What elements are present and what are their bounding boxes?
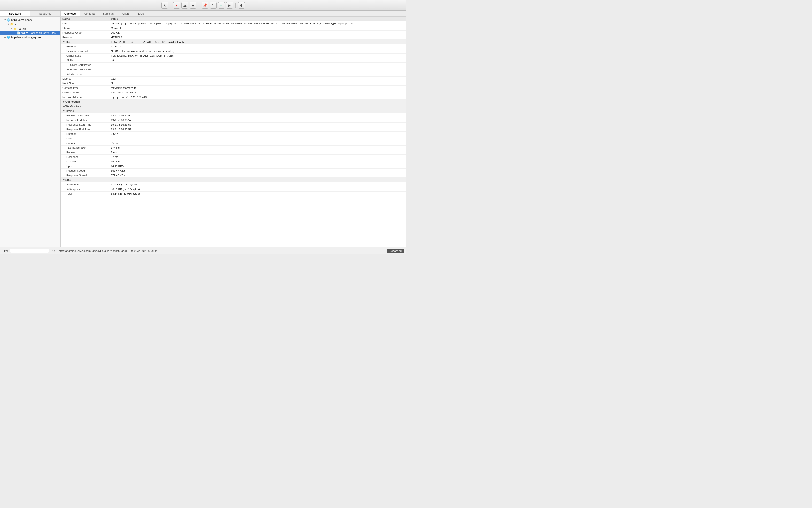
capture-button[interactable]: ☁	[181, 2, 188, 9]
table-row: ▼Timing	[60, 109, 406, 113]
tree-arrow-https-root: ▼	[4, 18, 6, 21]
table-row: ▼TLSTLSv1.2 (TLS_ECDHE_RSA_WITH_AES_128_…	[60, 40, 406, 44]
tab-summary[interactable]: Summary	[99, 11, 118, 16]
tab-overview[interactable]: Overview	[60, 11, 80, 16]
table-row: Client Certificates–	[60, 63, 406, 67]
table-row: Connect85 ms	[60, 141, 406, 145]
sidebar-tab-sequence[interactable]: Sequence	[30, 11, 60, 16]
recording-badge: Recording	[387, 249, 404, 253]
table-row: Request End Time19-11-8 16:33:57	[60, 118, 406, 123]
check-button[interactable]: ✓	[218, 2, 225, 9]
overview-table: NameValueURLhttps://c.y.qq.com/v8/fcg-bi…	[60, 17, 406, 196]
settings-button[interactable]: ⚙	[238, 2, 245, 9]
table-row: Response Start Time19-11-8 16:33:57	[60, 123, 406, 127]
section-arrow[interactable]: ▼	[63, 40, 66, 43]
table-row: Latency190 ms	[60, 159, 406, 164]
tree-item-fcg-bin[interactable]: ▼ 📁 fcg-bin	[0, 27, 60, 31]
table-row: Response Speed379.60 KB/s	[60, 173, 406, 178]
tab-notes[interactable]: Notes	[133, 11, 148, 16]
table-row: Request Speed659.67 KB/s	[60, 169, 406, 173]
row-arrow[interactable]: ▶	[66, 73, 69, 76]
globe-icon: 🌐	[7, 18, 10, 22]
script-button[interactable]: ▶	[226, 2, 233, 9]
table-row: TLS Handshake174 ms	[60, 145, 406, 150]
pin-button[interactable]: 📌	[202, 2, 208, 9]
table-row: StatusComplete	[60, 26, 406, 31]
tree-item-https-root[interactable]: ▼ 🌐 https://c.y.qq.com	[0, 18, 60, 22]
tree-label-v8: v8	[14, 23, 17, 26]
table-row: Request Start Time19-11-8 16:33:54	[60, 113, 406, 118]
filter-area: Filter:	[2, 249, 49, 253]
tree-item-fcg-file[interactable]: ▶ 📄 fcg_v8_toplist_cp.fcg?g_tk=5381&u	[0, 31, 60, 35]
section-arrow[interactable]: ▶	[63, 100, 66, 103]
reload-button[interactable]: ↻	[210, 2, 216, 9]
table-row: Cipher SuiteTLS_ECDHE_RSA_WITH_AES_128_G…	[60, 53, 406, 58]
toolbar-separator-1	[170, 3, 171, 8]
table-row: Response97 ms	[60, 155, 406, 159]
sidebar-tree: ▼ 🌐 https://c.y.qq.com ▼ 📁 v8 ▼ 📁 fcg-bi…	[0, 17, 60, 247]
folder-icon-fcg-bin: 📁	[13, 27, 17, 30]
tree-label-fcg-file: fcg_v8_toplist_cp.fcg?g_tk=5381&u	[21, 32, 59, 34]
tree-arrow-android-root: ▶	[4, 36, 6, 39]
table-row: DNS2.10 s	[60, 136, 406, 141]
table-row: Kept AliveNo	[60, 81, 406, 86]
filter-label: Filter:	[2, 249, 9, 252]
tree-item-android-root[interactable]: ▶ 🌐 http://android.bugly.qq.com	[0, 35, 60, 39]
sidebar-tab-structure[interactable]: Structure	[0, 11, 30, 16]
table-row: MethodGET	[60, 77, 406, 81]
main-layout: Structure Sequence ▼ 🌐 https://c.y.qq.co…	[0, 11, 406, 247]
file-icon-fcg: 📄	[17, 31, 21, 35]
record-button[interactable]: ●	[173, 2, 180, 9]
table-row: ▼Size	[60, 178, 406, 182]
table-row: Remote Addressc.y.qq.com/121.51.23.103:4…	[60, 95, 406, 99]
table-row: ▶Connection	[60, 99, 406, 104]
table-row: Client Address192.168.232.61:49192	[60, 90, 406, 95]
table-row: Session ResumedNo (Client session resume…	[60, 49, 406, 53]
table-row: Content-Typetext/html; charset=utf-8	[60, 86, 406, 90]
table-row: ▶Response36.82 KB (37,705 bytes)	[60, 187, 406, 192]
folder-icon-v8: 📁	[10, 23, 13, 26]
pointer-tool-button[interactable]: ↖	[161, 2, 168, 9]
sidebar: Structure Sequence ▼ 🌐 https://c.y.qq.co…	[0, 11, 60, 247]
table-row: Response Code200 OK	[60, 31, 406, 35]
table-row: Request2 ms	[60, 150, 406, 155]
table-row: URLhttps://c.y.qq.com/v8/fcg-bin/fcg_v8_…	[60, 21, 406, 26]
table-row: Duration2.64 s	[60, 132, 406, 136]
stop-button[interactable]: ■	[190, 2, 197, 9]
sidebar-tabs: Structure Sequence	[0, 11, 60, 17]
table-row: ▶Server Certificates3	[60, 67, 406, 72]
globe-icon-android: 🌐	[7, 36, 10, 39]
section-arrow[interactable]: ▼	[63, 178, 66, 181]
table-row: ▶WebSockets–	[60, 104, 406, 109]
content-body: NameValueURLhttps://c.y.qq.com/v8/fcg-bi…	[60, 17, 406, 247]
toolbar: ↖ ● ☁ ■ 📌 ↻ ✓ ▶ ⚙	[0, 0, 406, 11]
table-row: ProtocolTLSv1.2	[60, 44, 406, 49]
table-row: ProtocolHTTP/1.1	[60, 35, 406, 40]
tab-chart[interactable]: Chart	[118, 11, 133, 16]
status-bar-text: POST http://android.bugly.qq.com/rqd/asy…	[49, 249, 387, 252]
table-row: ALPNhttp/1.1	[60, 58, 406, 63]
tree-label-https-root: https://c.y.qq.com	[11, 18, 32, 21]
table-row: Speed14.42 KB/s	[60, 164, 406, 169]
filter-input[interactable]	[10, 249, 49, 253]
section-arrow[interactable]: ▼	[63, 110, 66, 112]
table-row: ▶Request1.32 KB (1,351 bytes)	[60, 182, 406, 187]
tree-label-fcg-bin: fcg-bin	[18, 27, 26, 30]
row-arrow[interactable]: ▶	[66, 68, 69, 71]
tree-arrow-fcg-bin: ▼	[11, 27, 13, 30]
tab-contents[interactable]: Contents	[80, 11, 99, 16]
content-tabs: Overview Contents Summary Chart Notes	[60, 11, 406, 17]
section-arrow[interactable]: ▶	[63, 105, 66, 108]
table-row: Response End Time19-11-8 16:33:57	[60, 127, 406, 132]
content-panel: Overview Contents Summary Chart Notes Na…	[60, 11, 406, 247]
row-arrow[interactable]: ▶	[66, 188, 69, 190]
bottom-bar: Filter: POST http://android.bugly.qq.com…	[0, 247, 406, 254]
tree-item-v8[interactable]: ▼ 📁 v8	[0, 22, 60, 27]
table-row: Total38.14 KB (39,056 bytes)	[60, 192, 406, 196]
row-arrow[interactable]: ▶	[66, 183, 69, 186]
tree-arrow-v8: ▼	[7, 23, 10, 26]
table-row: ▶Extensions	[60, 72, 406, 77]
tree-label-android-root: http://android.bugly.qq.com	[11, 36, 43, 39]
